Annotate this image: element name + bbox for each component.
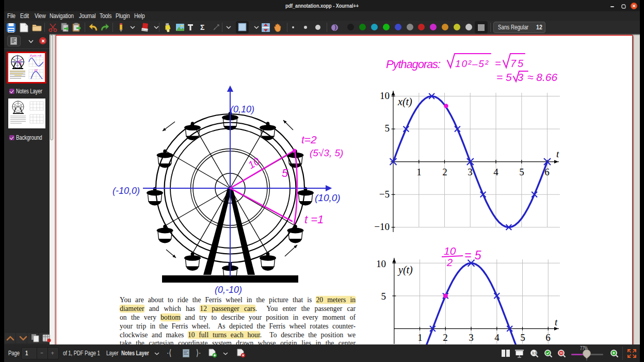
svg-text:Pyth~≈8: Pyth~≈8 — [30, 54, 42, 57]
svg-text:Σ: Σ — [200, 24, 204, 31]
svg-text:10: 10 — [34, 69, 38, 72]
svg-text:1:1: 1:1 — [532, 351, 537, 355]
